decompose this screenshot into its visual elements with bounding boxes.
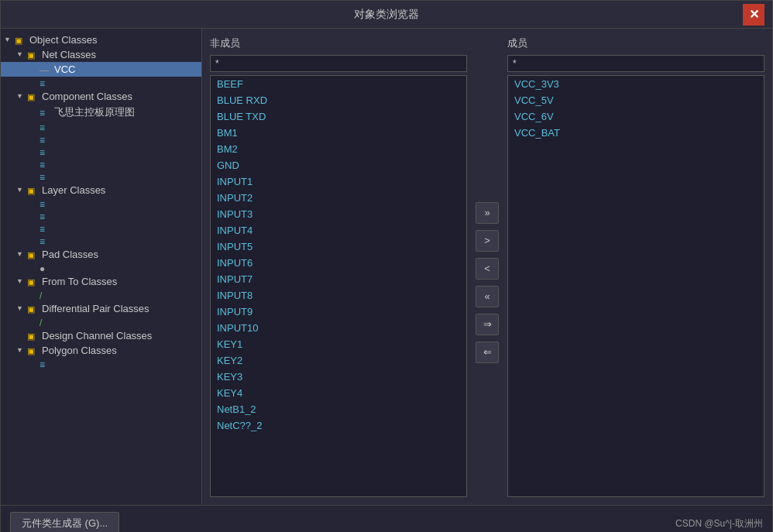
node-icon: ▣: [15, 36, 27, 45]
tree-item-all-components[interactable]: ≡: [1, 121, 201, 133]
tree-item-component-classes[interactable]: ▼▣Component Classes: [1, 89, 201, 104]
expand-icon: [29, 147, 38, 156]
non-member-item[interactable]: INPUT3: [211, 206, 466, 222]
expand-icon: [29, 263, 38, 273]
member-filter[interactable]: [507, 55, 764, 72]
expand-icon: ▼: [16, 50, 26, 60]
expand-icon: ▼: [16, 277, 26, 287]
remove-one-button[interactable]: <: [476, 258, 499, 280]
node-icon: ≡: [40, 211, 52, 221]
expand-icon: [29, 172, 38, 181]
tree-item-object-classes[interactable]: ▼▣Object Classes: [1, 33, 201, 47]
non-member-item[interactable]: INPUT10: [211, 320, 466, 336]
non-member-item[interactable]: INPUT7: [211, 271, 466, 287]
expand-icon: ▼: [4, 36, 13, 45]
node-icon: —: [40, 65, 52, 74]
expand-icon: [29, 317, 38, 327]
dialog-window: 对象类浏览器 ✕ ▼▣Object Classes▼▣Net Classes—V…: [0, 0, 773, 532]
member-panel: 成员 VCC_3V3VCC_5VVCC_6VVCC_BAT: [507, 36, 764, 497]
non-member-item[interactable]: INPUT9: [211, 304, 466, 320]
tree-item-label: From To Classes: [42, 276, 117, 287]
non-member-item[interactable]: INPUT6: [211, 255, 466, 271]
expand-icon: [29, 65, 38, 74]
tree-item-layer-classes[interactable]: ▼▣Layer Classes: [1, 183, 201, 197]
tree-item-label: 飞思主控板原理图: [54, 105, 135, 119]
node-icon: ▣: [27, 277, 40, 287]
tree-item-design-channel-classes[interactable]: ▣Design Channel Classes: [1, 328, 201, 343]
non-member-item[interactable]: NetB1_2: [211, 401, 466, 417]
add-one-button[interactable]: >: [476, 230, 499, 252]
tree-item-electrical-layers[interactable]: ≡: [1, 222, 201, 235]
non-member-item[interactable]: INPUT4: [211, 222, 466, 239]
node-icon: ▣: [27, 304, 40, 314]
non-member-item[interactable]: BLUE TXD: [211, 108, 466, 125]
generate-button[interactable]: 元件类生成器 (G)...: [10, 512, 119, 532]
non-member-item[interactable]: INPUT1: [211, 173, 466, 190]
tree-item-all-from-tos[interactable]: /: [1, 289, 201, 301]
tree-item-vcc[interactable]: —VCC: [1, 62, 201, 77]
node-icon: ≡: [40, 108, 52, 117]
tree-item-all-polygons[interactable]: ≡: [1, 358, 201, 370]
tree-item-polygon-classes[interactable]: ▼▣Polygon Classes: [1, 343, 201, 358]
node-icon: /: [40, 317, 52, 327]
tree-item-pad-classes[interactable]: ▼▣Pad Classes: [1, 247, 201, 262]
member-item[interactable]: VCC_5V: [508, 92, 764, 108]
left-tree-panel: ▼▣Object Classes▼▣Net Classes—VCC≡▼▣Comp…: [1, 29, 202, 505]
tree-item-all-pads[interactable]: ●: [1, 262, 201, 274]
non-member-item[interactable]: KEY2: [211, 352, 466, 369]
tree-item-differential-pair-classes[interactable]: ▼▣Differential Pair Classes: [1, 301, 201, 316]
node-icon: ≡: [40, 199, 52, 208]
non-member-item[interactable]: GND: [211, 157, 466, 173]
tree-item-inside-board[interactable]: ≡: [1, 146, 201, 158]
tree-item-from-to-classes[interactable]: ▼▣From To Classes: [1, 274, 201, 289]
expand-icon: [29, 290, 38, 300]
tree-item-all-diff-pairs[interactable]: /: [1, 316, 201, 328]
tree-item-net-classes[interactable]: ▼▣Net Classes: [1, 47, 201, 62]
tree-item-label: Pad Classes: [42, 249, 98, 260]
right-panel: 非成员 BEEFBLUE RXDBLUE TXDBM1BM2GNDINPUT1I…: [202, 29, 772, 505]
tree-item-top-side[interactable]: ≡: [1, 170, 201, 183]
expand-icon: ▼: [16, 346, 26, 355]
tree-item-signal-layers[interactable]: ≡: [1, 235, 201, 247]
move-right-button[interactable]: ⇒: [476, 314, 499, 335]
add-all-button[interactable]: »: [476, 202, 499, 224]
tree-item-all-layers[interactable]: ≡: [1, 197, 201, 210]
expand-icon: [29, 236, 38, 245]
remove-all-button[interactable]: «: [476, 286, 499, 307]
tree-item-label: Object Classes: [29, 34, 97, 46]
node-icon: ▣: [27, 50, 40, 60]
non-member-item[interactable]: KEY3: [211, 369, 466, 385]
non-member-item[interactable]: BLUE RXD: [211, 92, 466, 108]
close-button[interactable]: ✕: [743, 4, 764, 26]
tree-item-outside-board[interactable]: ≡: [1, 158, 201, 170]
tree-item-feixing[interactable]: ≡飞思主控板原理图: [1, 104, 201, 121]
non-member-filter[interactable]: [210, 55, 467, 72]
non-member-item[interactable]: BEEF: [211, 76, 466, 92]
tree-item-label: Design Channel Classes: [42, 330, 152, 342]
tree-item-label: VCC: [54, 63, 75, 75]
non-member-item[interactable]: BM1: [211, 125, 466, 141]
expand-icon: [29, 122, 38, 132]
non-member-panel: 非成员 BEEFBLUE RXDBLUE TXDBM1BM2GNDINPUT1I…: [210, 36, 467, 497]
expand-icon: [29, 359, 38, 369]
tree-item-component-layers[interactable]: ≡: [1, 210, 201, 222]
node-icon: ▣: [27, 346, 40, 355]
expand-icon: [29, 224, 38, 233]
non-member-item[interactable]: INPUT8: [211, 287, 466, 304]
non-member-item[interactable]: INPUT2: [211, 190, 466, 206]
member-item[interactable]: VCC_BAT: [508, 125, 764, 141]
node-icon: ≡: [40, 236, 52, 245]
expand-icon: [16, 331, 26, 341]
member-item[interactable]: VCC_3V3: [508, 76, 764, 92]
tree-item-all-nets[interactable]: ≡: [1, 77, 201, 89]
non-member-item[interactable]: KEY4: [211, 385, 466, 401]
tree-item-bottom-side[interactable]: ≡: [1, 133, 201, 146]
non-member-item[interactable]: INPUT5: [211, 239, 466, 255]
move-left-button[interactable]: ⇐: [476, 342, 499, 363]
expand-icon: ▼: [16, 304, 26, 314]
node-icon: ▣: [27, 250, 40, 259]
member-item[interactable]: VCC_6V: [508, 108, 764, 125]
non-member-item[interactable]: NetC??_2: [211, 417, 466, 434]
non-member-item[interactable]: KEY1: [211, 336, 466, 352]
non-member-item[interactable]: BM2: [211, 141, 466, 157]
